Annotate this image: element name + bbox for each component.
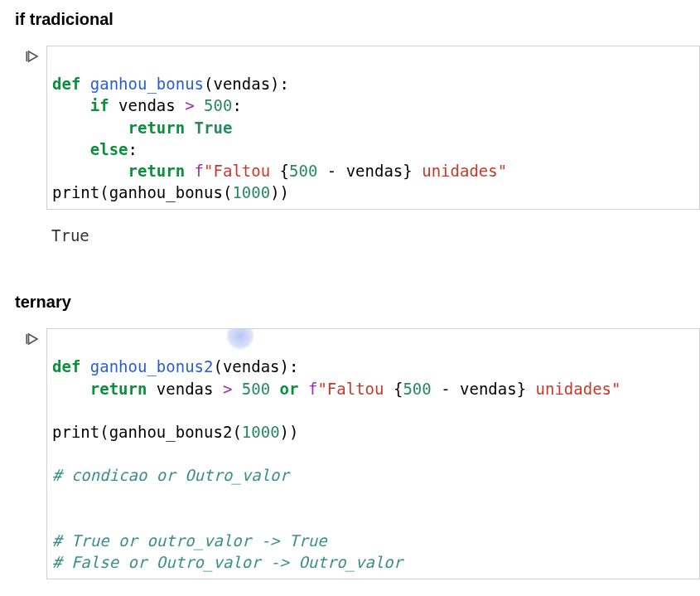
bool-true: True bbox=[195, 119, 233, 137]
params: (vendas): bbox=[204, 75, 289, 93]
fn-call: ganhou_bonus bbox=[109, 183, 223, 201]
comment: # condicao or Outro_valor bbox=[52, 466, 289, 484]
colon: : bbox=[128, 140, 138, 158]
space bbox=[298, 380, 307, 398]
params: (vendas): bbox=[213, 357, 298, 376]
fn-print: print bbox=[52, 423, 99, 441]
kw-else: else bbox=[90, 140, 128, 158]
op-gt: > bbox=[185, 96, 204, 114]
num-1000: 1000 bbox=[232, 183, 270, 201]
indent bbox=[52, 140, 90, 158]
num-1000: 1000 bbox=[242, 423, 280, 441]
expr: - vendas bbox=[317, 162, 403, 180]
svg-marker-0 bbox=[29, 51, 38, 61]
comment: # False or Outro_valor -> Outro_valor bbox=[52, 553, 403, 571]
str-text: Faltou bbox=[327, 380, 393, 398]
svg-marker-2 bbox=[29, 334, 38, 344]
heading-if-tradicional: if tradicional bbox=[15, 10, 700, 29]
brace: { bbox=[393, 380, 403, 398]
quote: " bbox=[498, 162, 507, 180]
kw-return: return bbox=[128, 119, 195, 137]
brace: } bbox=[517, 380, 526, 398]
op-gt: > bbox=[223, 380, 242, 398]
fn-name: ganhou_bonus2 bbox=[90, 357, 214, 376]
quote: " bbox=[317, 380, 326, 398]
f-prefix: f bbox=[308, 380, 317, 398]
num-500: 500 bbox=[403, 380, 431, 398]
cursor-highlight-icon bbox=[226, 328, 254, 350]
kw-def: def bbox=[52, 357, 90, 376]
code-editor-1[interactable]: def ganhou_bonus(vendas): if vendas > 50… bbox=[46, 46, 700, 210]
code-editor-2[interactable]: def ganhou_bonus2(vendas): return vendas… bbox=[46, 328, 700, 579]
space bbox=[270, 380, 279, 398]
expr: - vendas bbox=[432, 380, 517, 398]
fn-call: ganhou_bonus2 bbox=[109, 423, 233, 441]
str-text: unidades bbox=[526, 380, 611, 398]
output-1: True bbox=[51, 213, 700, 247]
fn-print: print bbox=[52, 183, 99, 201]
num-500: 500 bbox=[204, 96, 232, 114]
indent bbox=[52, 119, 128, 137]
str-text: Faltou bbox=[214, 162, 280, 180]
var: vendas bbox=[157, 380, 223, 398]
colon: : bbox=[232, 96, 241, 114]
code-cell-1: def ganhou_bonus(vendas): if vendas > 50… bbox=[15, 46, 700, 210]
str-text: unidades bbox=[413, 162, 498, 180]
var: vendas bbox=[118, 96, 185, 114]
indent bbox=[52, 162, 128, 180]
quote: " bbox=[204, 162, 213, 180]
brace: { bbox=[280, 162, 289, 180]
run-cell-icon[interactable] bbox=[25, 332, 40, 346]
brace: } bbox=[403, 162, 412, 180]
paren: )) bbox=[270, 183, 289, 201]
paren: ( bbox=[99, 423, 109, 441]
kw-or: or bbox=[280, 380, 299, 398]
paren: ( bbox=[223, 183, 232, 201]
code-cell-2: def ganhou_bonus2(vendas): return vendas… bbox=[15, 328, 700, 579]
heading-ternary: ternary bbox=[15, 293, 700, 312]
paren: ( bbox=[232, 423, 241, 441]
kw-return: return bbox=[90, 380, 157, 398]
indent bbox=[52, 96, 90, 114]
kw-def: def bbox=[52, 75, 90, 93]
num-500: 500 bbox=[242, 380, 270, 398]
fn-name: ganhou_bonus bbox=[90, 75, 204, 93]
num-500: 500 bbox=[289, 162, 317, 180]
paren: )) bbox=[280, 423, 299, 441]
comment: # True or outro_valor -> True bbox=[52, 531, 327, 550]
paren: ( bbox=[99, 183, 109, 201]
indent bbox=[52, 380, 90, 398]
kw-return: return bbox=[128, 162, 195, 180]
kw-if: if bbox=[90, 96, 118, 114]
run-cell-icon[interactable] bbox=[25, 49, 40, 64]
f-prefix: f bbox=[195, 162, 204, 180]
output-2: True bbox=[51, 583, 700, 596]
quote: " bbox=[611, 380, 620, 398]
